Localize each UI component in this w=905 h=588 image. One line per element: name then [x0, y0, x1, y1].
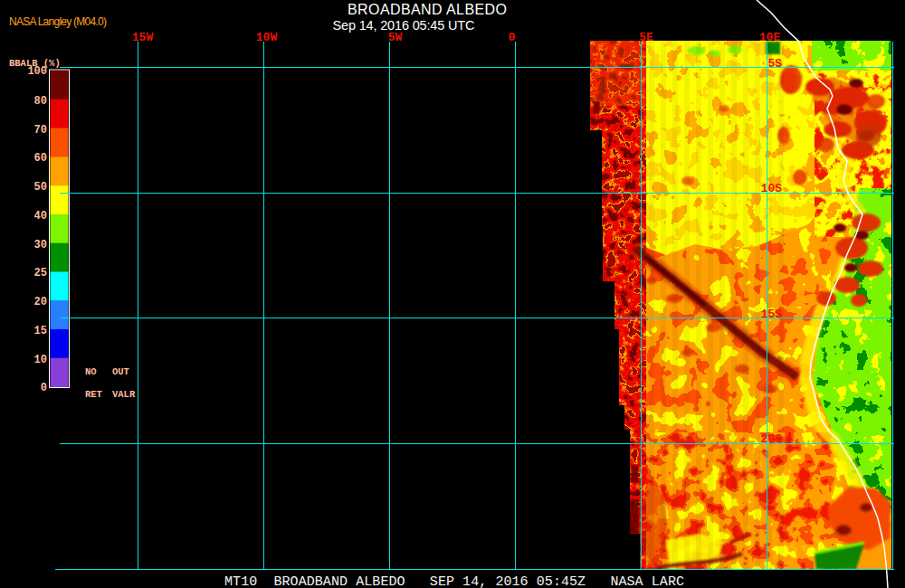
- svg-text:20: 20: [34, 296, 47, 308]
- svg-text:15S: 15S: [761, 308, 783, 321]
- svg-text:50: 50: [34, 181, 47, 194]
- svg-text:0: 0: [41, 382, 47, 394]
- svg-text:10S: 10S: [761, 182, 783, 195]
- svg-text:MT10 BROADBAND ALBEDO SEP 1: MT10 BROADBAND ALBEDO SEP 14, 2016 05:45…: [224, 574, 684, 588]
- svg-text:NASA Langley (M04.0): NASA Langley (M04.0): [9, 15, 107, 28]
- svg-text:0: 0: [509, 31, 516, 44]
- svg-text:OUT: OUT: [112, 366, 129, 377]
- svg-text:5E: 5E: [639, 31, 653, 44]
- svg-text:25: 25: [34, 267, 47, 280]
- svg-text:30: 30: [34, 239, 47, 251]
- svg-text:VALR: VALR: [112, 389, 136, 400]
- svg-text:BBALB (%): BBALB (%): [9, 58, 61, 69]
- svg-text:RET: RET: [85, 389, 102, 400]
- svg-text:20S: 20S: [761, 432, 783, 446]
- svg-text:15: 15: [34, 325, 47, 337]
- svg-text:80: 80: [34, 95, 47, 108]
- svg-text:5S: 5S: [767, 57, 782, 71]
- svg-text:60: 60: [34, 152, 47, 165]
- svg-text:10: 10: [34, 354, 47, 366]
- svg-text:NO: NO: [85, 366, 97, 377]
- svg-text:Sep 14, 2016 05:45 UTC: Sep 14, 2016 05:45 UTC: [333, 18, 475, 33]
- svg-text:10E: 10E: [759, 31, 781, 44]
- svg-text:15W: 15W: [132, 31, 154, 44]
- svg-text:70: 70: [34, 124, 47, 137]
- svg-text:10W: 10W: [256, 31, 278, 44]
- svg-text:40: 40: [34, 210, 47, 223]
- svg-text:5W: 5W: [388, 31, 403, 44]
- svg-text:BROADBAND ALBEDO: BROADBAND ALBEDO: [348, 2, 507, 17]
